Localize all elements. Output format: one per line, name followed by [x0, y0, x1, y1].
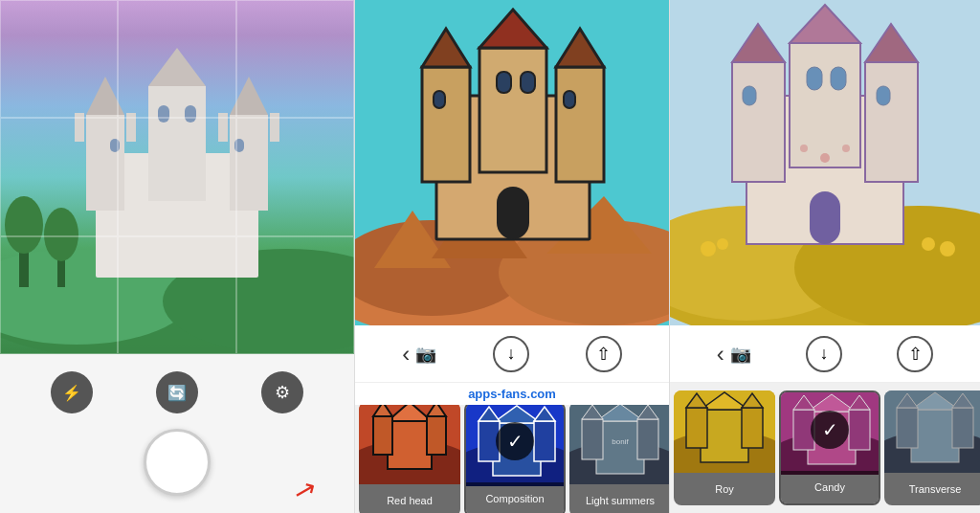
filter-strip-right: Roy ✓ Candy — [670, 383, 980, 513]
filter-item-redhead[interactable]: Red head — [359, 405, 460, 513]
right-camera-nav-icon: 📷 — [730, 344, 751, 365]
filter-item-composition[interactable]: ✓ Composition — [464, 405, 566, 513]
lightsummers-thumb-svg: bonif — [569, 405, 669, 484]
camera-viewfinder — [0, 0, 354, 354]
svg-rect-55 — [534, 421, 555, 461]
watermark-label: apps-fans.com — [468, 387, 556, 401]
filter-label-roy: Roy — [674, 473, 775, 505]
filter-strip-middle: Red head ✓ Composition — [355, 405, 669, 513]
grid-cell — [118, 0, 235, 118]
svg-point-72 — [922, 237, 935, 251]
svg-rect-85 — [810, 191, 840, 244]
filter-item-lightsummers[interactable]: bonif Light summers — [569, 405, 669, 513]
svg-rect-38 — [434, 91, 445, 108]
share-icon: ⇧ — [596, 344, 611, 365]
svg-rect-75 — [732, 62, 785, 182]
svg-text:bonif: bonif — [612, 437, 629, 446]
camera-controls-bar: ⚡ 🔄 ⚙ ↗ — [0, 354, 354, 513]
grid-cell — [0, 118, 118, 235]
right-panel: ‹ 📷 ↓ ⇧ — [670, 0, 980, 513]
right-back-arrow-icon: ‹ — [717, 341, 724, 368]
share-button[interactable]: ⇧ — [586, 336, 622, 372]
grid-cell — [236, 0, 354, 118]
right-download-icon: ↓ — [819, 344, 828, 364]
svg-rect-34 — [479, 48, 546, 172]
lightning-icon: ⚡ — [62, 384, 81, 402]
filter-thumb-redhead — [359, 405, 460, 484]
filter-thumb-candy: ✓ — [781, 392, 879, 475]
right-share-button[interactable]: ⇧ — [897, 336, 933, 372]
right-download-button[interactable]: ↓ — [806, 336, 842, 372]
back-arrow-icon: ‹ — [402, 341, 410, 368]
roy-thumb-svg — [674, 390, 775, 473]
svg-point-86 — [820, 153, 830, 163]
svg-rect-77 — [865, 62, 918, 182]
svg-rect-95 — [742, 408, 763, 448]
comic-castle-svg — [355, 0, 669, 325]
filter-item-roy[interactable]: Roy — [674, 390, 775, 505]
svg-rect-63 — [637, 419, 658, 459]
grid-cell — [0, 0, 118, 118]
arrow-indicator: ↗ — [290, 472, 320, 508]
settings-icon: ⚙ — [275, 382, 290, 403]
filter-thumb-composition: ✓ — [466, 405, 564, 486]
shutter-button[interactable] — [144, 429, 211, 496]
grid-cell — [118, 118, 235, 235]
candy-castle-svg — [670, 0, 980, 325]
filter-label-composition: Composition — [466, 482, 564, 514]
grid-cell — [0, 236, 118, 354]
filter-item-transverse[interactable]: Transverse — [884, 390, 980, 505]
svg-rect-32 — [556, 67, 604, 182]
filter-thumb-lightsummers: bonif — [569, 405, 669, 484]
filter-thumb-transverse — [884, 390, 980, 473]
settings-button[interactable]: ⚙ — [261, 371, 303, 413]
flip-camera-icon: 🔄 — [167, 384, 187, 402]
grid-cell — [236, 236, 354, 354]
styled-preview-right — [670, 0, 980, 325]
svg-rect-82 — [831, 67, 846, 90]
styled-preview-middle — [355, 0, 669, 325]
svg-rect-61 — [582, 419, 603, 459]
controls-top-row: ⚡ 🔄 ⚙ — [19, 371, 335, 413]
svg-rect-47 — [427, 416, 446, 455]
selected-check-candy: ✓ — [811, 411, 849, 449]
controls-bottom-row: ↗ — [19, 429, 335, 496]
grid-overlay — [0, 0, 354, 354]
filter-thumb-roy — [674, 390, 775, 473]
right-action-bar: ‹ 📷 ↓ ⇧ — [670, 325, 980, 383]
filter-label-transverse: Transverse — [884, 473, 980, 505]
filter-label-redhead: Red head — [359, 484, 460, 514]
svg-rect-111 — [952, 408, 973, 448]
right-back-navigation[interactable]: ‹ 📷 — [717, 341, 751, 368]
flash-button[interactable]: ⚡ — [51, 371, 93, 413]
filter-label-lightsummers: Light summers — [569, 484, 669, 514]
svg-point-71 — [717, 238, 728, 250]
download-button[interactable]: ↓ — [493, 336, 529, 372]
camera-panel: ⚡ 🔄 ⚙ ↗ — [0, 0, 354, 513]
filter-label-candy: Candy — [781, 471, 879, 503]
camera-nav-icon: 📷 — [415, 344, 436, 365]
svg-rect-43 — [388, 421, 432, 469]
right-share-icon: ⇧ — [908, 344, 923, 365]
transverse-thumb-svg — [884, 390, 980, 473]
middle-panel: ‹ 📷 ↓ ⇧ apps-fans.com — [354, 0, 670, 513]
svg-rect-93 — [686, 408, 707, 448]
grid-cell — [118, 236, 235, 354]
svg-rect-36 — [497, 72, 511, 93]
svg-rect-45 — [373, 416, 392, 455]
svg-rect-103 — [849, 410, 870, 450]
back-navigation[interactable]: ‹ 📷 — [402, 341, 436, 368]
filter-item-candy[interactable]: ✓ Candy — [779, 390, 880, 505]
svg-rect-37 — [521, 72, 535, 93]
svg-point-87 — [800, 145, 808, 152]
selected-check-composition: ✓ — [496, 422, 534, 460]
grid-cell — [236, 118, 354, 235]
svg-point-70 — [701, 241, 716, 256]
svg-rect-39 — [564, 91, 575, 108]
download-icon: ↓ — [506, 344, 515, 364]
svg-rect-109 — [897, 408, 918, 448]
flip-camera-button[interactable]: 🔄 — [156, 371, 198, 413]
svg-rect-81 — [807, 67, 822, 90]
svg-rect-30 — [422, 67, 470, 182]
svg-rect-83 — [743, 86, 756, 105]
